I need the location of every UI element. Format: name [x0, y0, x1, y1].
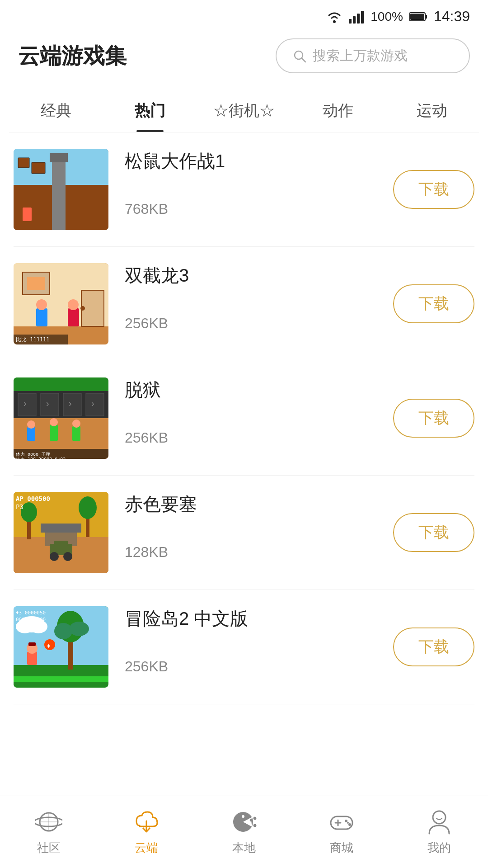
nav-label-mine: 我的: [427, 840, 451, 856]
battery-text: 100%: [371, 9, 403, 24]
svg-rect-40: [27, 427, 35, 441]
svg-text:♦: ♦: [47, 642, 50, 649]
svg-point-87: [250, 819, 253, 821]
svg-rect-4: [361, 11, 364, 24]
svg-rect-32: [41, 393, 59, 416]
planet-icon: [35, 808, 62, 835]
svg-rect-15: [32, 162, 45, 174]
status-time: 14:39: [434, 8, 470, 25]
download-button[interactable]: 下载: [393, 170, 474, 209]
bottom-nav: 社区 云端 本地 商城: [0, 796, 488, 868]
nav-item-mine[interactable]: 我的: [390, 808, 488, 856]
svg-point-69: [69, 622, 89, 636]
svg-rect-25: [68, 308, 79, 326]
svg-point-93: [345, 820, 347, 822]
svg-rect-58: [54, 541, 68, 546]
battery-icon: [409, 12, 427, 22]
svg-point-0: [333, 20, 336, 23]
list-item: 比比 111111 双截龙3 256KB 下载: [14, 247, 474, 361]
svg-rect-7: [410, 14, 424, 20]
svg-point-96: [433, 811, 446, 824]
status-bar: 100% 14:39: [0, 0, 488, 29]
nav-item-cloud[interactable]: 云端: [98, 808, 195, 856]
svg-rect-12: [52, 153, 66, 230]
search-icon: [293, 49, 306, 63]
svg-text:0000000000: 0000000000: [16, 617, 46, 623]
list-item: 松鼠大作战1 768KB 下载: [14, 132, 474, 247]
nav-label-community: 社区: [37, 840, 61, 856]
svg-point-60: [63, 552, 72, 561]
game-thumb-img: [14, 149, 108, 230]
svg-point-59: [50, 552, 59, 561]
svg-point-24: [36, 299, 47, 310]
svg-rect-23: [36, 308, 47, 326]
tab-hot[interactable]: 热门: [103, 91, 197, 132]
game-thumb-img: AP 000500 P3: [14, 492, 108, 573]
tab-action[interactable]: 动作: [291, 91, 385, 132]
svg-rect-42: [50, 425, 58, 441]
svg-point-22: [80, 306, 85, 311]
download-button[interactable]: 下载: [393, 399, 474, 438]
svg-text:体力 oooo 子弹: 体力 oooo 子弹: [16, 452, 50, 457]
svg-point-89: [253, 824, 256, 827]
list-item: ♦ ♦3 0000050 0000000000 冒险岛2 中文版 256KB 下…: [14, 590, 474, 704]
svg-text:›: ›: [69, 398, 72, 408]
svg-rect-31: [18, 393, 36, 416]
cloud-download-icon: [133, 808, 160, 835]
download-button[interactable]: 下载: [393, 627, 474, 666]
app-title: 云端游戏集: [18, 42, 127, 71]
game-thumbnail: AP 000500 P3: [14, 492, 108, 573]
user-icon: [426, 808, 453, 835]
svg-rect-3: [357, 14, 360, 24]
search-placeholder: 搜索上万款游戏: [313, 47, 408, 65]
svg-line-9: [302, 58, 305, 62]
gamepad-icon: [328, 808, 355, 835]
nav-item-local[interactable]: 本地: [195, 808, 293, 856]
svg-rect-75: [28, 642, 36, 646]
svg-rect-13: [50, 153, 68, 162]
svg-rect-16: [18, 158, 29, 168]
svg-rect-44: [72, 426, 80, 441]
pacman-icon: [230, 808, 258, 835]
svg-rect-2: [353, 16, 356, 24]
game-thumbnail: › › › › 体力 oooo 子弹 结束 100 20000 0×02: [14, 377, 108, 459]
svg-rect-65: [14, 676, 108, 682]
svg-text:结束 100 20000 0×02: 结束 100 20000 0×02: [16, 457, 66, 459]
svg-text:比比 111111: 比比 111111: [16, 336, 50, 343]
download-button[interactable]: 下载: [393, 284, 474, 323]
nav-item-shop[interactable]: 商城: [293, 808, 390, 856]
game-thumb-img: 比比 111111: [14, 263, 108, 344]
game-list: 松鼠大作战1 768KB 下载: [0, 132, 488, 704]
search-box[interactable]: 搜索上万款游戏: [276, 38, 470, 73]
svg-rect-33: [63, 393, 81, 416]
svg-text:›: ›: [23, 398, 27, 408]
svg-point-41: [27, 420, 35, 429]
game-thumb-img: ♦ ♦3 0000050 0000000000: [14, 606, 108, 688]
nav-item-community[interactable]: 社区: [0, 808, 98, 856]
svg-rect-1: [349, 19, 352, 24]
tab-sport[interactable]: 运动: [385, 91, 479, 132]
nav-label-cloud: 云端: [135, 840, 158, 856]
tab-arcade[interactable]: ☆街机☆: [197, 91, 291, 132]
nav-label-shop: 商城: [330, 840, 353, 856]
svg-rect-90: [331, 816, 352, 829]
category-tabs: 经典 热门 ☆街机☆ 动作 运动: [9, 82, 479, 132]
svg-rect-14: [23, 208, 32, 221]
svg-rect-6: [425, 15, 427, 19]
svg-rect-56: [41, 524, 81, 533]
svg-text:P3: P3: [16, 503, 23, 510]
download-button[interactable]: 下载: [393, 513, 474, 552]
svg-text:›: ›: [46, 398, 49, 408]
list-item: › › › › 体力 oooo 子弹 结束 100 20000 0×02 脱: [14, 361, 474, 476]
svg-point-45: [72, 420, 80, 428]
nav-label-local: 本地: [232, 840, 256, 856]
svg-point-94: [348, 823, 351, 826]
svg-point-86: [242, 815, 244, 818]
svg-point-52: [79, 496, 97, 519]
game-thumbnail: ♦ ♦3 0000050 0000000000: [14, 606, 108, 688]
game-thumbnail: 比比 111111: [14, 263, 108, 344]
svg-point-68: [54, 623, 72, 639]
tab-classic[interactable]: 经典: [9, 91, 103, 132]
svg-text:›: ›: [91, 398, 94, 408]
svg-point-88: [253, 817, 256, 820]
